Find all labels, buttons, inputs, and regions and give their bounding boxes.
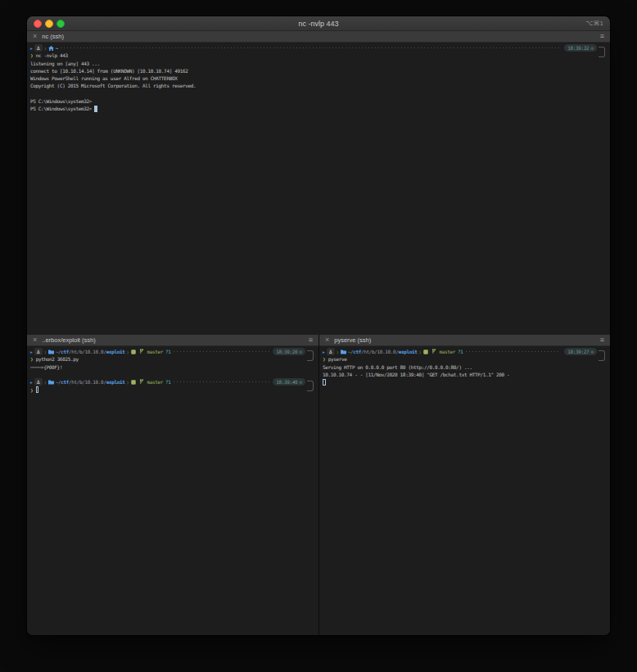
git-branch-name: master — [147, 349, 164, 354]
pane-menu-icon[interactable]: ≡ — [309, 336, 313, 344]
prompt-frame — [307, 350, 314, 361]
cursor — [323, 379, 326, 386]
prompt-char: ❯ — [30, 387, 34, 393]
prompt-filler — [174, 351, 270, 352]
path-bright: exploit — [106, 349, 125, 354]
terminal-line: PS C:\Windows\system32> — [30, 105, 608, 112]
pane-menu-icon[interactable]: ≡ — [600, 336, 604, 344]
prompt-block: ▶ Δ ❯ ~/ctf/ht/b/10.10.0/exploit ❯ — [30, 378, 316, 394]
prompt-char: ❯ — [30, 356, 34, 362]
command-text: python2 36025.py — [36, 356, 79, 362]
folder-icon — [341, 350, 346, 354]
terminal-pane-exploit[interactable]: ▶ Δ ❯ ~/ctf/ht/b/10.10.0/exploit ❯ — [27, 346, 318, 635]
close-pane-icon[interactable]: × — [325, 336, 329, 344]
window-titlebar[interactable]: nc -nvlp 443 ⌥⌘1 — [27, 16, 610, 31]
close-window-button[interactable] — [34, 20, 42, 28]
pane-column-pyserve: × pyserve (ssh) ≡ ▶ Δ ❯ ~/ctf/ht/b/10.10… — [318, 335, 610, 635]
git-untracked-count: ?1 — [165, 349, 171, 354]
close-pane-icon[interactable]: × — [33, 33, 37, 40]
time-pill: 18:39:20 ⊙ — [273, 348, 305, 355]
close-pane-icon[interactable]: × — [33, 336, 37, 344]
pane-title: ..erbox/exploit (ssh) — [42, 336, 95, 344]
pane-title: nc (ssh) — [42, 33, 64, 40]
git-branch-name: master — [440, 349, 456, 354]
separator-icon: ❯ — [127, 380, 129, 385]
terminal-line — [323, 378, 608, 386]
clock-icon: ⊙ — [299, 349, 302, 354]
terminal-pane-nc[interactable]: ▶ Δ ❯ ~ 18:39:32 ⊙ ❯ nc -nvlp 443 listen… — [27, 43, 610, 335]
prompt-block: ▶ Δ ❯ ~/ctf/ht/b/10.10.0/exploit ❯ — [323, 348, 608, 363]
command-text: pyserve — [328, 356, 347, 362]
clock-icon: ⊙ — [299, 379, 302, 385]
prompt-frame — [599, 47, 605, 57]
terminal-line: listening on [any] 443 ... — [30, 60, 608, 67]
minimize-window-button[interactable] — [45, 20, 53, 28]
git-untracked-count: ?1 — [458, 349, 463, 354]
git-branch-icon — [139, 379, 144, 385]
folder-icon — [48, 350, 54, 354]
git-icon — [131, 380, 136, 385]
separator-icon: ❯ — [44, 380, 47, 385]
prompt-filler — [61, 47, 561, 48]
os-segment: Δ — [34, 348, 43, 355]
separator-icon: ❯ — [127, 350, 129, 354]
path-bright: ctf — [61, 379, 69, 385]
git-icon — [423, 350, 428, 354]
folder-icon — [48, 380, 54, 385]
path-bright: ctf — [353, 349, 361, 354]
terminal-pane-pyserve[interactable]: ▶ Δ ❯ ~/ctf/ht/b/10.10.0/exploit ❯ — [319, 346, 610, 635]
path-dim: /ht/b/10.10.0/ — [69, 379, 106, 385]
pane-titlebar-pyserve[interactable]: × pyserve (ssh) ≡ — [319, 335, 610, 346]
cursor — [94, 106, 97, 112]
path-bright: ctf — [61, 349, 69, 354]
path-dim: /ht/b/10.10.0/ — [69, 349, 106, 354]
terminal-line: Windows PowerShell running as user Alfre… — [30, 74, 608, 82]
pane-titlebar-exploit[interactable]: × ..erbox/exploit (ssh) ≡ — [27, 335, 318, 346]
os-segment: Δ — [34, 378, 43, 386]
prompt-filler — [174, 381, 270, 382]
terminal-line — [30, 90, 608, 97]
prompt-char: ❯ — [30, 52, 34, 58]
path-bright: exploit — [399, 349, 418, 354]
separator-icon: ❯ — [44, 46, 47, 51]
terminal-line: ────>{P00F}! — [30, 363, 316, 371]
prompt-frame — [307, 381, 314, 391]
time-pill: 18:39:40 ⊙ — [273, 378, 305, 386]
pane-column-exploit: × ..erbox/exploit (ssh) ≡ ▶ Δ ❯ ~/ctf/ht… — [27, 335, 318, 635]
bottom-split: × ..erbox/exploit (ssh) ≡ ▶ Δ ❯ ~/ctf/ht… — [27, 335, 610, 635]
time-value: 18:39:32 — [567, 45, 589, 51]
cursor — [36, 386, 39, 393]
time-value: 18:39:27 — [567, 349, 589, 354]
terminal-window: nc -nvlp 443 ⌥⌘1 × nc (ssh) ≡ ▶ Δ ❯ ~ 18… — [27, 16, 610, 635]
pane-menu-icon[interactable]: ≡ — [600, 33, 604, 40]
terminal-line: Copyright (C) 2015 Microsoft Corporation… — [30, 82, 608, 89]
os-segment: Δ — [34, 44, 43, 52]
terminal-line: PS C:\Windows\system32> — [30, 97, 608, 105]
separator-icon: ❯ — [44, 350, 47, 354]
terminal-line — [30, 371, 316, 378]
path-home: ~ — [56, 45, 58, 51]
separator-icon: ❯ — [419, 350, 422, 354]
clock-icon: ⊙ — [590, 45, 594, 51]
prompt-filler — [466, 351, 562, 352]
pane-titlebar-nc[interactable]: × nc (ssh) ≡ — [27, 31, 610, 43]
prompt-block: ▶ Δ ❯ ~ 18:39:32 ⊙ ❯ nc -nvlp 443 — [30, 44, 608, 60]
terminal-line: 10.10.10.74 - - [11/Nov/2020 18:39:40] "… — [323, 371, 608, 378]
traffic-lights — [34, 20, 65, 28]
path-bright: exploit — [106, 379, 125, 385]
clock-icon: ⊙ — [590, 349, 594, 354]
os-segment: Δ — [327, 348, 335, 355]
git-untracked-count: ?1 — [165, 379, 171, 385]
command-text: nc -nvlp 443 — [36, 52, 68, 58]
terminal-line: connect to [10.10.14.14] from (UNKNOWN) … — [30, 67, 608, 74]
time-pill: 18:39:27 ⊙ — [564, 348, 597, 355]
window-title: nc -nvlp 443 — [27, 20, 610, 28]
time-value: 18:39:40 — [276, 379, 297, 385]
prompt-frame — [599, 350, 605, 361]
time-value: 18:39:20 — [276, 349, 297, 354]
prompt-char: ❯ — [323, 356, 326, 362]
zoom-window-button[interactable] — [56, 20, 65, 28]
ps-prompt: PS C:\Windows\system32> — [30, 106, 94, 111]
git-branch-icon — [139, 349, 144, 354]
git-branch-name: master — [147, 379, 164, 385]
